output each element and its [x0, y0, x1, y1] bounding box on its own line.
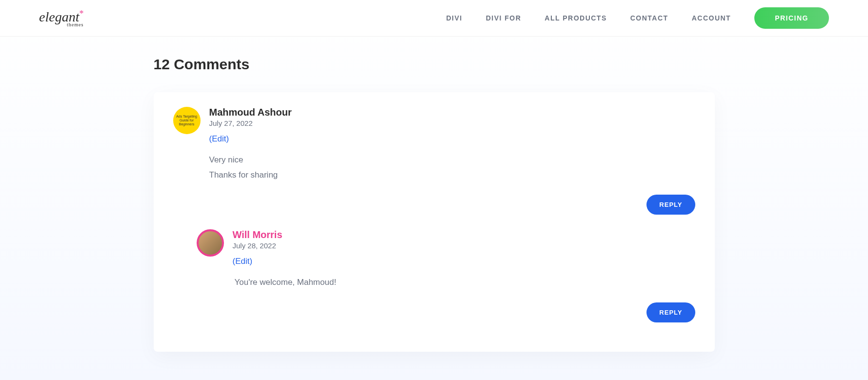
- edit-link[interactable]: (Edit): [233, 257, 253, 266]
- nav-divi[interactable]: DIVI: [446, 14, 462, 22]
- comment-date: July 27, 2022: [209, 119, 695, 127]
- comment-text-line: You're welcome, Mahmoud!: [235, 275, 695, 290]
- comment-item-nested: Will Morris July 28, 2022 (Edit) You're …: [197, 229, 695, 322]
- comment-header: Will Morris July 28, 2022 (Edit): [197, 229, 695, 266]
- logo[interactable]: elegant* themes: [39, 9, 83, 27]
- comment-author-staff[interactable]: Will Morris: [233, 229, 695, 240]
- comment-meta: Mahmoud Ashour July 27, 2022 (Edit): [209, 107, 695, 144]
- reply-button[interactable]: REPLY: [646, 195, 695, 215]
- comment-header: Ads Targeting Guide for Beginners Mahmou…: [173, 107, 695, 144]
- comment-date: July 28, 2022: [233, 241, 695, 250]
- nav-contact[interactable]: CONTACT: [630, 14, 668, 22]
- reply-row: REPLY: [197, 302, 695, 322]
- main-nav: DIVI DIVI FOR ALL PRODUCTS CONTACT ACCOU…: [446, 7, 829, 29]
- comment-meta: Will Morris July 28, 2022 (Edit): [233, 229, 695, 266]
- comment-item: Ads Targeting Guide for Beginners Mahmou…: [173, 107, 695, 322]
- reply-row: REPLY: [173, 195, 695, 215]
- avatar-text: Ads Targeting Guide for Beginners: [173, 115, 201, 126]
- nav-divi-for[interactable]: DIVI FOR: [486, 14, 522, 22]
- nav-all-products[interactable]: ALL PRODUCTS: [545, 14, 606, 22]
- site-header: elegant* themes DIVI DIVI FOR ALL PRODUC…: [0, 0, 868, 37]
- avatar: Ads Targeting Guide for Beginners: [173, 107, 201, 134]
- edit-link[interactable]: (Edit): [209, 134, 229, 144]
- comment-text-line: Very nice: [209, 153, 695, 168]
- comments-heading: 12 Comments: [154, 56, 715, 73]
- comment-author: Mahmoud Ashour: [209, 107, 695, 118]
- comment-body: Very nice Thanks for sharing: [209, 153, 695, 182]
- content-wrapper: 12 Comments Ads Targeting Guide for Begi…: [0, 37, 868, 371]
- comments-container: Ads Targeting Guide for Beginners Mahmou…: [154, 92, 715, 352]
- comment-text-line: Thanks for sharing: [209, 168, 695, 183]
- comment-body: You're welcome, Mahmoud!: [235, 275, 695, 290]
- reply-button[interactable]: REPLY: [646, 302, 695, 322]
- nav-account[interactable]: ACCOUNT: [692, 14, 731, 22]
- pricing-button[interactable]: PRICING: [754, 7, 829, 29]
- avatar-staff: [197, 229, 224, 257]
- logo-accent-icon: *: [79, 9, 83, 19]
